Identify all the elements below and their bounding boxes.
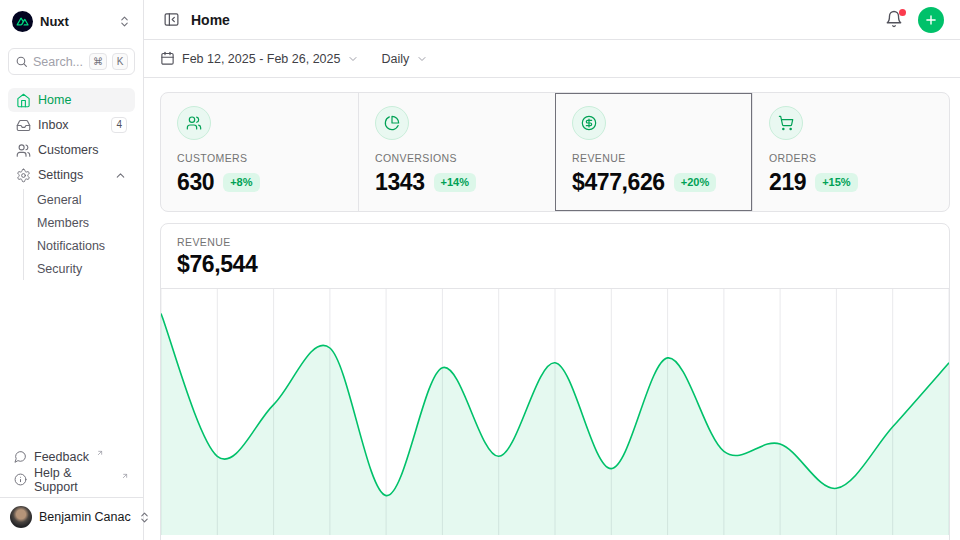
stat-label: ORDERS [769, 152, 933, 164]
stat-value: 219 [769, 169, 806, 196]
chevron-down-icon [416, 53, 428, 65]
chart-value: $76,544 [177, 251, 933, 278]
main-area: Home Feb 12, 2025 - Feb 26, 2025 Daily C… [144, 0, 960, 540]
sidebar-item-inbox[interactable]: Inbox4 [8, 113, 135, 137]
pie-chart-icon [375, 106, 409, 140]
team-switcher[interactable]: Nuxt [8, 8, 135, 35]
panel-left-close-icon [163, 11, 180, 28]
period-select[interactable]: Daily [381, 52, 428, 66]
add-button[interactable] [918, 7, 944, 33]
chevron-down-icon [347, 53, 359, 65]
circle-dollar-sign-icon [572, 106, 606, 140]
stat-card-customers[interactable]: CUSTOMERS630+8% [161, 93, 358, 211]
sidebar-item-label: Inbox [38, 118, 69, 132]
info-icon [14, 473, 27, 486]
user-avatar [10, 506, 32, 528]
kbd-k: K [112, 53, 128, 70]
settings-icon [16, 168, 31, 183]
chevron-up-icon [114, 169, 127, 182]
date-range-label: Feb 12, 2025 - Feb 26, 2025 [182, 52, 340, 66]
stats-panel: CUSTOMERS630+8%CONVERSIONS1343+14%REVENU… [160, 92, 950, 212]
calendar-icon [160, 51, 175, 66]
stat-delta-badge: +20% [674, 173, 716, 191]
stat-value: 630 [177, 169, 214, 196]
sidebar-item-help-support[interactable]: Help & Support [8, 469, 135, 490]
stat-value: 1343 [375, 169, 425, 196]
brand-name: Nuxt [40, 14, 69, 29]
sidebar-children: GeneralMembersNotificationsSecurity [23, 189, 135, 280]
sidebar-subitem-members[interactable]: Members [24, 212, 135, 234]
users-icon [16, 143, 31, 158]
revenue-chart-card: REVENUE $76,544 14 Feb16 Feb18 Feb20 Feb… [160, 223, 950, 540]
sidebar-item-label: Help & Support [34, 466, 114, 494]
arrow-up-right-icon [96, 449, 104, 457]
sidebar-item-label: Settings [38, 168, 83, 182]
user-name: Benjamin Canac [39, 510, 131, 524]
users-icon [177, 106, 211, 140]
search-input[interactable] [33, 55, 84, 69]
sidebar-item-feedback[interactable]: Feedback [8, 446, 135, 467]
stat-label: REVENUE [572, 152, 736, 164]
chevrons-up-down-icon [118, 15, 131, 28]
notification-dot [899, 9, 906, 16]
revenue-area-chart[interactable]: 14 Feb16 Feb18 Feb20 Feb22 Feb24 Feb [161, 289, 949, 540]
period-label: Daily [381, 52, 409, 66]
stat-label: CUSTOMERS [177, 152, 342, 164]
stat-card-conversions[interactable]: CONVERSIONS1343+14% [358, 93, 555, 211]
sidebar-item-label: Home [38, 93, 71, 107]
shopping-cart-icon [769, 106, 803, 140]
nuxt-logo-icon [12, 11, 33, 32]
chart-header: REVENUE $76,544 [161, 224, 949, 289]
sidebar-item-settings[interactable]: Settings [8, 163, 135, 187]
sidebar-nav: HomeInbox4CustomersSettingsGeneralMember… [8, 88, 135, 281]
sidebar-item-label: Customers [38, 143, 98, 157]
date-range-picker[interactable]: Feb 12, 2025 - Feb 26, 2025 [160, 51, 359, 66]
sidebar-subitem-notifications[interactable]: Notifications [24, 235, 135, 257]
chart-label: REVENUE [177, 236, 933, 248]
stat-value: $477,626 [572, 169, 665, 196]
stat-card-orders[interactable]: ORDERS219+15% [752, 93, 949, 211]
search-icon [15, 55, 28, 68]
stat-label: CONVERSIONS [375, 152, 539, 164]
inbox-icon [16, 118, 31, 133]
sidebar-item-customers[interactable]: Customers [8, 138, 135, 162]
sidebar-subitem-security[interactable]: Security [24, 258, 135, 280]
collapse-sidebar-button[interactable] [160, 9, 182, 31]
home-icon [16, 93, 31, 108]
sidebar: Nuxt ⌘ K HomeInbox4CustomersSettingsGene… [0, 0, 144, 540]
stat-card-revenue[interactable]: REVENUE$477,626+20% [555, 93, 752, 211]
stat-delta-badge: +8% [223, 173, 259, 191]
message-circle-icon [14, 450, 27, 463]
sidebar-subitem-general[interactable]: General [24, 189, 135, 211]
page-title: Home [191, 12, 230, 28]
arrow-up-right-icon [121, 472, 129, 480]
kbd-meta: ⌘ [89, 53, 107, 70]
stat-delta-badge: +15% [815, 173, 857, 191]
sidebar-item-home[interactable]: Home [8, 88, 135, 112]
notifications-button[interactable] [885, 10, 905, 30]
stat-delta-badge: +14% [434, 173, 476, 191]
sidebar-item-label: Feedback [34, 450, 89, 464]
search-box[interactable]: ⌘ K [8, 48, 135, 75]
inbox-count-badge: 4 [111, 117, 127, 133]
sidebar-footer: FeedbackHelp & Support [8, 446, 135, 497]
plus-icon [924, 13, 938, 27]
content: CUSTOMERS630+8%CONVERSIONS1343+14%REVENU… [144, 78, 960, 540]
topbar: Home [144, 0, 960, 40]
user-menu[interactable]: Benjamin Canac [0, 497, 143, 532]
filters-toolbar: Feb 12, 2025 - Feb 26, 2025 Daily [144, 40, 960, 78]
